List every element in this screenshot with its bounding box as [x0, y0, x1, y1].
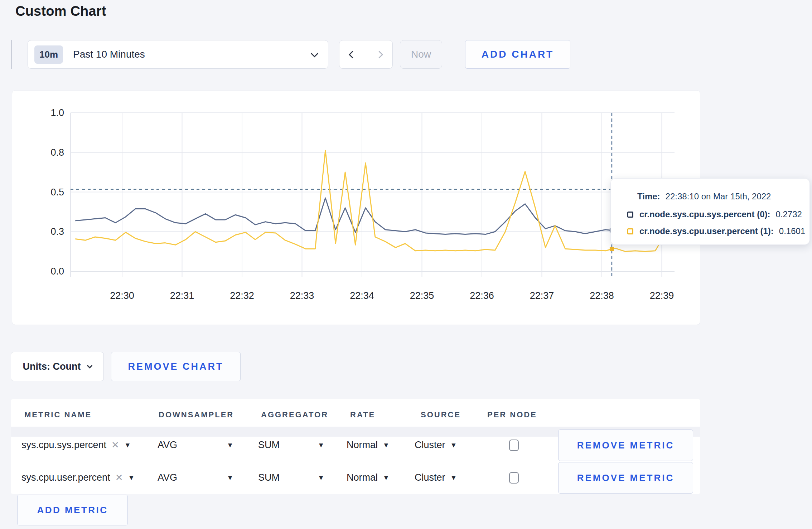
- svg-text:22:30: 22:30: [110, 290, 134, 301]
- rate-value: Normal: [347, 440, 378, 451]
- rate-value: Normal: [347, 472, 378, 483]
- caret-down-icon: ▼: [128, 474, 135, 482]
- aggregator-select[interactable]: SUM ▼: [258, 472, 324, 483]
- chart-card: 1.00.80.50.30.022:3022:3122:3222:3322:34…: [12, 90, 700, 325]
- caret-down-icon: ▼: [227, 474, 233, 482]
- clear-metric-icon[interactable]: ✕: [111, 440, 119, 451]
- time-range-badge: 10m: [34, 45, 63, 64]
- series-swatch-icon: [627, 228, 633, 234]
- clear-metric-icon[interactable]: ✕: [115, 472, 123, 483]
- caret-down-icon: ▼: [450, 474, 457, 482]
- caret-down-icon: ▼: [383, 474, 390, 482]
- svg-text:22:36: 22:36: [470, 290, 494, 301]
- metric-name-select[interactable]: sys.cpu.sys.percent ✕ ▼: [21, 440, 131, 451]
- series-swatch-icon: [627, 212, 633, 218]
- tooltip-series-value: 0.1601: [779, 226, 805, 236]
- tooltip-series-label: cr.node.sys.cpu.sys.percent (0):: [639, 209, 770, 219]
- remove-metric-button[interactable]: REMOVE METRIC: [558, 429, 693, 461]
- column-header-source: SOURCE: [421, 410, 461, 419]
- svg-text:0.3: 0.3: [50, 226, 64, 237]
- rate-select[interactable]: Normal ▼: [347, 472, 390, 483]
- time-next-button[interactable]: [366, 40, 393, 68]
- downsampler-value: AVG: [158, 440, 177, 451]
- line-chart[interactable]: 1.00.80.50.30.022:3022:3122:3222:3322:34…: [12, 91, 701, 325]
- svg-text:22:34: 22:34: [350, 290, 374, 301]
- caret-down-icon: ▼: [227, 441, 233, 449]
- caret-down-icon: ▼: [124, 441, 131, 449]
- per-node-checkbox[interactable]: [509, 440, 519, 451]
- column-header-metric-name: METRIC NAME: [24, 410, 92, 419]
- chevron-right-icon: [376, 50, 383, 58]
- units-label: Units: Count: [23, 361, 81, 372]
- source-value: Cluster: [415, 440, 445, 451]
- svg-text:0.5: 0.5: [50, 187, 64, 198]
- add-metric-button[interactable]: ADD METRIC: [17, 495, 128, 525]
- chevron-left-icon: [349, 50, 356, 58]
- aggregator-select[interactable]: SUM ▼: [258, 440, 324, 451]
- downsampler-select[interactable]: AVG ▼: [158, 472, 233, 483]
- chart-tooltip: Time: 22:38:10 on Mar 15th, 2022 cr.node…: [610, 178, 810, 245]
- svg-text:22:33: 22:33: [290, 290, 314, 301]
- tooltip-series-label: cr.node.sys.cpu.user.percent (1):: [639, 226, 774, 236]
- svg-text:22:32: 22:32: [230, 290, 254, 301]
- metric-name-value: sys.cpu.user.percent: [21, 472, 110, 483]
- tooltip-time-row: Time: 22:38:10 on Mar 15th, 2022: [637, 191, 771, 202]
- aggregator-value: SUM: [258, 472, 280, 483]
- source-select[interactable]: Cluster ▼: [415, 440, 457, 451]
- column-header-per-node: PER NODE: [487, 410, 537, 419]
- tooltip-series-row: cr.node.sys.cpu.sys.percent (0): 0.2732: [627, 209, 802, 219]
- per-node-checkbox[interactable]: [509, 472, 519, 484]
- svg-text:1.0: 1.0: [50, 107, 64, 118]
- add-chart-button[interactable]: ADD CHART: [465, 40, 570, 69]
- tooltip-time-value: 22:38:10 on Mar 15th, 2022: [666, 191, 771, 202]
- metric-name-select[interactable]: sys.cpu.user.percent ✕ ▼: [21, 472, 135, 483]
- source-select[interactable]: Cluster ▼: [415, 472, 457, 483]
- time-prev-button[interactable]: [339, 40, 366, 68]
- remove-metric-button[interactable]: REMOVE METRIC: [558, 462, 693, 494]
- units-select[interactable]: Units: Count: [11, 352, 104, 381]
- svg-text:22:39: 22:39: [650, 290, 674, 301]
- toolbar-divider: [11, 40, 12, 69]
- column-header-rate: RATE: [350, 410, 375, 419]
- aggregator-value: SUM: [258, 440, 280, 451]
- caret-down-icon: ▼: [318, 441, 324, 449]
- downsampler-value: AVG: [158, 472, 177, 483]
- tooltip-series-row: cr.node.sys.cpu.user.percent (1): 0.1601: [627, 226, 805, 236]
- tooltip-series-value: 0.2732: [775, 209, 802, 219]
- svg-text:22:38: 22:38: [590, 290, 614, 301]
- caret-down-icon: ▼: [318, 474, 324, 482]
- now-button[interactable]: Now: [400, 40, 442, 69]
- tooltip-time-label: Time:: [637, 191, 660, 202]
- chevron-down-icon: [311, 50, 318, 57]
- svg-text:22:31: 22:31: [170, 290, 194, 301]
- rate-select[interactable]: Normal ▼: [347, 440, 390, 451]
- chevron-down-icon: [87, 363, 93, 368]
- time-range-label: Past 10 Minutes: [73, 49, 312, 60]
- svg-text:22:35: 22:35: [410, 290, 434, 301]
- caret-down-icon: ▼: [450, 441, 457, 449]
- column-header-downsampler: DOWNSAMPLER: [159, 410, 234, 419]
- svg-text:22:37: 22:37: [530, 290, 554, 301]
- column-header-aggregator: AGGREGATOR: [261, 410, 328, 419]
- source-value: Cluster: [415, 472, 445, 483]
- time-nav-group: [339, 40, 393, 69]
- caret-down-icon: ▼: [383, 441, 390, 449]
- remove-chart-button[interactable]: REMOVE CHART: [111, 352, 241, 381]
- svg-text:0.0: 0.0: [50, 266, 64, 277]
- downsampler-select[interactable]: AVG ▼: [158, 440, 233, 451]
- time-range-select[interactable]: 10m Past 10 Minutes: [28, 40, 328, 69]
- page-title: Custom Chart: [15, 4, 106, 19]
- metric-name-value: sys.cpu.sys.percent: [21, 440, 106, 451]
- svg-text:0.8: 0.8: [50, 147, 64, 158]
